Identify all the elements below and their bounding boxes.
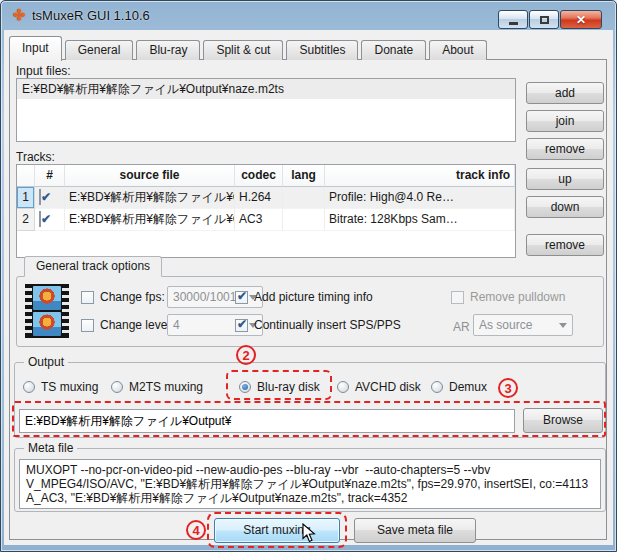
video-frame-thumbnail [33, 286, 61, 310]
change-level-checkbox[interactable]: Change level: [81, 318, 173, 332]
radio-avchd-disk[interactable]: AVCHD disk [337, 380, 421, 394]
video-thumbnail-film-strip-icon [25, 284, 69, 338]
annotation-step-4: 4 [186, 520, 206, 540]
add-button[interactable]: add [526, 82, 604, 104]
col-header-source[interactable]: source file [65, 165, 235, 187]
output-group-label: Output [24, 355, 68, 369]
minimize-icon [509, 22, 518, 25]
add-picture-timing-checkbox[interactable]: Add picture timing info [235, 290, 373, 304]
input-files-list[interactable]: E:¥BD¥解析用¥解除ファイル¥Output¥naze.m2ts [16, 78, 516, 142]
radio-selected-icon [239, 381, 251, 393]
track-checked-icon[interactable] [39, 189, 41, 205]
browse-button[interactable]: Browse [523, 408, 603, 433]
track-source-cell[interactable]: E:¥BD¥解析用¥解除ファイル¥O… [65, 187, 235, 209]
general-track-options-box: Change fps: 30000/1001 Add picture timin… [16, 276, 604, 347]
ar-dropdown: As source [473, 314, 573, 336]
app-window: tsMuxeR GUI 1.10.6 ✕ Input General Blu-r… [0, 0, 617, 552]
remove-file-button[interactable]: remove [526, 138, 604, 160]
tab-general[interactable]: General [65, 40, 134, 60]
checkbox-icon [81, 319, 94, 332]
checkbox-icon [451, 291, 464, 304]
film-holes-icon [62, 285, 69, 337]
tab-blu-ray[interactable]: Blu-ray [136, 40, 200, 60]
meta-file-text[interactable]: MUXOPT --no-pcr-on-video-pid --new-audio… [19, 459, 601, 509]
minimize-button[interactable] [498, 10, 528, 29]
app-icon [11, 7, 27, 23]
window-title: tsMuxeR GUI 1.10.6 [32, 8, 150, 23]
col-header-info[interactable]: track info [325, 165, 515, 187]
input-tab-panel: Input files: E:¥BD¥解析用¥解除ファイル¥Output¥naz… [9, 59, 607, 540]
track-lang-cell[interactable] [283, 187, 325, 209]
track-info-cell[interactable]: Profile: High@4.0 Re… [325, 187, 515, 209]
checkbox-checked-icon [235, 319, 248, 332]
radio-icon [431, 381, 443, 393]
track-codec-cell[interactable]: H.264 [235, 187, 283, 209]
row-header[interactable]: 1 [17, 187, 35, 209]
ar-label: AR [453, 320, 470, 334]
input-files-label: Input files: [16, 64, 71, 78]
general-track-options-tab[interactable]: General track options [24, 256, 162, 277]
tab-subtitles[interactable]: Subtitles [286, 40, 358, 60]
col-header-lang[interactable]: lang [283, 165, 325, 187]
radio-demux[interactable]: Demux [431, 380, 487, 394]
join-button[interactable]: join [526, 110, 604, 132]
video-frame-thumbnail [33, 312, 61, 336]
checkbox-checked-icon [235, 291, 248, 304]
output-group: Output TS muxing M2TS muxing Blu-ray dis… [14, 362, 606, 438]
track-up-button[interactable]: up [526, 168, 604, 190]
meta-file-group-label: Meta file [24, 441, 77, 455]
radio-ts-muxing[interactable]: TS muxing [23, 380, 98, 394]
remove-pulldown-checkbox: Remove pulldown [451, 290, 565, 304]
tab-split-cut[interactable]: Split & cut [203, 40, 283, 60]
change-fps-checkbox[interactable]: Change fps: [81, 290, 165, 304]
tracks-label: Tracks: [16, 150, 55, 164]
mouse-cursor-icon [302, 523, 317, 547]
track-checkbox-cell[interactable] [35, 187, 65, 209]
tab-input[interactable]: Input [9, 36, 62, 61]
client-area: Input General Blu-ray Split & cut Subtit… [4, 30, 613, 545]
title-bar[interactable]: tsMuxeR GUI 1.10.6 ✕ [1, 1, 616, 30]
close-icon: ✕ [576, 13, 586, 27]
row-header[interactable]: 2 [17, 209, 35, 231]
tab-donate[interactable]: Donate [361, 40, 426, 60]
chevron-down-icon [559, 323, 567, 328]
track-info-cell[interactable]: Bitrate: 128Kbps Sam… [325, 209, 515, 231]
radio-icon [337, 381, 349, 393]
continually-insert-sps-pps-checkbox[interactable]: Continually insert SPS/PPS [235, 318, 401, 332]
col-header-num[interactable]: # [35, 165, 65, 187]
col-header-blank [17, 165, 35, 187]
annotation-step-2: 2 [236, 345, 256, 365]
maximize-button[interactable] [529, 10, 559, 29]
radio-icon [23, 381, 35, 393]
tab-about[interactable]: About [429, 40, 486, 60]
maximize-icon [540, 16, 549, 24]
tab-bar: Input General Blu-ray Split & cut Subtit… [9, 35, 490, 60]
checkbox-icon [81, 291, 94, 304]
radio-icon [111, 381, 123, 393]
annotation-step-3: 3 [498, 378, 518, 398]
track-remove-button[interactable]: remove [526, 234, 604, 256]
track-lang-cell[interactable] [283, 209, 325, 231]
close-button[interactable]: ✕ [560, 10, 602, 29]
track-checkbox-cell[interactable] [35, 209, 65, 231]
track-down-button[interactable]: down [526, 196, 604, 218]
radio-m2ts-muxing[interactable]: M2TS muxing [111, 380, 203, 394]
meta-file-group: Meta file MUXOPT --no-pcr-on-video-pid -… [14, 448, 606, 512]
track-codec-cell[interactable]: AC3 [235, 209, 283, 231]
input-file-item[interactable]: E:¥BD¥解析用¥解除ファイル¥Output¥naze.m2ts [17, 79, 515, 99]
col-header-codec[interactable]: codec [235, 165, 283, 187]
save-meta-file-button[interactable]: Save meta file [354, 518, 476, 543]
tracks-table[interactable]: # source file codec lang track info 1 E:… [16, 164, 516, 258]
track-source-cell[interactable]: E:¥BD¥解析用¥解除ファイル¥O… [65, 209, 235, 231]
film-holes-icon [25, 285, 32, 337]
start-muxing-button[interactable]: Start muxing [214, 518, 340, 543]
track-checked-icon[interactable] [39, 211, 41, 227]
radio-blu-ray-disk[interactable]: Blu-ray disk [239, 380, 320, 394]
output-path-input[interactable] [19, 409, 515, 433]
